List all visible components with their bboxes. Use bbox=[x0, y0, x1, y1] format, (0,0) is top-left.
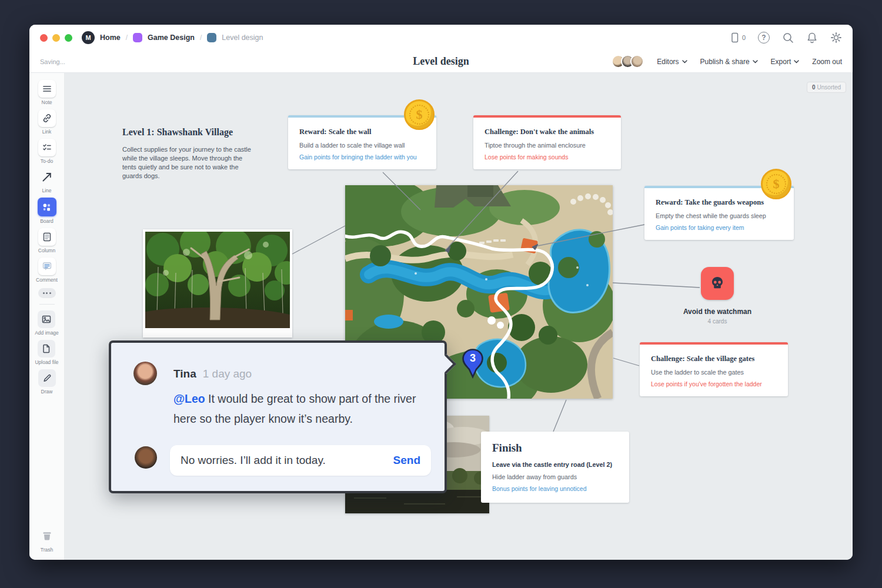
tool-label: Add image bbox=[35, 330, 59, 336]
comment-text: It would be great to show part of the ri… bbox=[173, 392, 416, 425]
publish-share-label: Publish & share bbox=[700, 58, 750, 66]
milanote-logo-icon[interactable]: M bbox=[82, 31, 95, 44]
note-icon bbox=[42, 83, 52, 94]
card-body: Use the ladder to scale the gates bbox=[651, 369, 777, 376]
minimize-button[interactable] bbox=[52, 34, 60, 42]
tool-label: Trash bbox=[41, 547, 53, 553]
tool-label: Line bbox=[42, 188, 51, 193]
tool-label: Note bbox=[42, 99, 52, 105]
device-preview-button[interactable]: 0 bbox=[729, 32, 746, 44]
watchman-title: Avoid the watchman bbox=[683, 308, 751, 316]
coin-reward-icon: $ bbox=[761, 169, 791, 199]
gear-icon bbox=[830, 32, 842, 44]
card-link[interactable]: Lose points if you've forgotten the ladd… bbox=[651, 380, 777, 387]
app-window: M Home / Game Design / Level design 0 ? bbox=[29, 25, 853, 560]
breadcrumb-project[interactable]: Game Design bbox=[148, 34, 195, 42]
coin-reward-icon: $ bbox=[404, 99, 435, 130]
dollar-glyph: $ bbox=[406, 101, 433, 128]
mention-link[interactable]: @Leo bbox=[173, 392, 205, 405]
tool-comment[interactable]: Comment bbox=[36, 258, 58, 283]
comment-timestamp: 1 day ago bbox=[203, 368, 252, 380]
watchman-board-tile[interactable] bbox=[701, 267, 734, 300]
card-subtitle: Leave via the castle entry road (Level 2… bbox=[492, 461, 618, 468]
card-link[interactable]: Lose points for making sounds bbox=[485, 153, 610, 161]
level-title: Level 1: Shawshank Village bbox=[122, 127, 254, 138]
tool-line[interactable]: Line bbox=[38, 168, 56, 193]
zoom-out-button[interactable]: Zoom out bbox=[812, 58, 842, 66]
send-button[interactable]: Send bbox=[393, 454, 420, 467]
tools-sidebar: Note Link To-do Line Board Column bbox=[29, 73, 65, 560]
chevron-down-icon bbox=[753, 60, 758, 64]
unsorted-label: Unsorted bbox=[817, 84, 841, 91]
todo-icon bbox=[42, 142, 52, 153]
titlebar: M Home / Game Design / Level design 0 ? bbox=[29, 25, 853, 51]
editor-avatars[interactable] bbox=[612, 55, 644, 68]
bell-icon bbox=[806, 32, 818, 44]
saving-status: Saving... bbox=[40, 58, 65, 65]
arrow-line-icon bbox=[41, 171, 53, 183]
avatar[interactable] bbox=[630, 55, 644, 68]
tool-upload-file[interactable]: Upload file bbox=[35, 340, 58, 365]
comment-popup: Tina 1 day ago @Leo It would be great to… bbox=[109, 340, 447, 493]
close-button[interactable] bbox=[40, 34, 48, 42]
tool-todo[interactable]: To-do bbox=[38, 139, 56, 164]
card-body: Hide ladder away from guards bbox=[492, 473, 618, 480]
card-body: Tiptoe through the animal enclosure bbox=[485, 142, 610, 149]
card-title: Finish bbox=[492, 442, 618, 455]
breadcrumb: M Home / Game Design / Level design bbox=[82, 31, 263, 44]
avatar-tina bbox=[133, 362, 157, 385]
card-link[interactable]: Gain points for taking every item bbox=[656, 224, 783, 231]
tool-link[interactable]: Link bbox=[38, 109, 56, 135]
tool-label: Upload file bbox=[35, 359, 58, 365]
breadcrumb-separator: / bbox=[200, 34, 202, 42]
sidebar-divider bbox=[39, 304, 55, 305]
search-button[interactable] bbox=[782, 32, 794, 44]
forest-image-card[interactable] bbox=[143, 229, 292, 338]
device-icon bbox=[729, 32, 740, 44]
tool-column[interactable]: Column bbox=[38, 228, 56, 253]
project-board-icon[interactable] bbox=[133, 33, 142, 42]
chevron-down-icon bbox=[794, 60, 799, 64]
card-finish[interactable]: Finish Leave via the castle entry road (… bbox=[481, 432, 629, 503]
board-toolbar: Saving... Level design Editors Publish &… bbox=[29, 51, 853, 73]
publish-share-menu[interactable]: Publish & share bbox=[700, 58, 758, 66]
avatar-leo bbox=[135, 446, 157, 469]
notifications-button[interactable] bbox=[806, 32, 818, 44]
pencil-icon bbox=[42, 373, 52, 383]
card-title: Reward: Take the guards weapons bbox=[656, 198, 783, 207]
editors-label: Editors bbox=[657, 58, 679, 66]
card-link[interactable]: Gain points for bringing the ladder with… bbox=[299, 153, 425, 161]
card-challenge-gates[interactable]: Challenge: Scale the village gates Use t… bbox=[640, 342, 788, 396]
intro-text-block[interactable]: Level 1: Shawshank Village Collect suppl… bbox=[122, 127, 254, 180]
tool-board[interactable]: Board bbox=[38, 198, 56, 224]
reply-input[interactable] bbox=[181, 454, 393, 467]
trash-dropzone[interactable]: Trash bbox=[38, 527, 56, 553]
map-pin-3[interactable]: 3 bbox=[461, 348, 485, 379]
breadcrumb-home[interactable]: Home bbox=[100, 34, 121, 42]
tool-note[interactable]: Note bbox=[38, 80, 56, 105]
tool-label: Draw bbox=[41, 389, 53, 395]
card-link[interactable]: Bonus points for leaving unnoticed bbox=[492, 485, 618, 492]
card-title: Challenge: Don't wake the animals bbox=[485, 128, 610, 136]
card-body: Empty the chest while the guards sleep bbox=[656, 212, 783, 219]
search-icon bbox=[782, 32, 794, 44]
editors-menu[interactable]: Editors bbox=[657, 58, 687, 66]
unsorted-badge[interactable]: 0Unsorted bbox=[807, 82, 846, 93]
card-challenge-animals[interactable]: Challenge: Don't wake the animals Tiptoe… bbox=[473, 115, 621, 169]
more-tools-button[interactable] bbox=[38, 288, 56, 298]
tool-label: Comment bbox=[36, 277, 58, 283]
zoom-out-label: Zoom out bbox=[812, 58, 842, 66]
board-canvas[interactable]: 0Unsorted Level 1: Shawshank Village Col… bbox=[65, 73, 853, 560]
maximize-button[interactable] bbox=[65, 34, 72, 42]
tool-label: Board bbox=[40, 218, 54, 224]
chevron-down-icon bbox=[682, 60, 687, 64]
card-body: Build a ladder to scale the village wall bbox=[299, 142, 425, 149]
tool-draw[interactable]: Draw bbox=[38, 369, 56, 395]
unsorted-count: 0 bbox=[812, 84, 816, 91]
tool-add-image[interactable]: Add image bbox=[35, 310, 59, 336]
help-button[interactable]: ? bbox=[758, 32, 770, 44]
export-menu[interactable]: Export bbox=[771, 58, 800, 66]
dollar-glyph: $ bbox=[763, 171, 790, 198]
card-avoid-watchman[interactable]: Avoid the watchman 4 cards bbox=[670, 267, 764, 325]
settings-button[interactable] bbox=[830, 32, 842, 44]
